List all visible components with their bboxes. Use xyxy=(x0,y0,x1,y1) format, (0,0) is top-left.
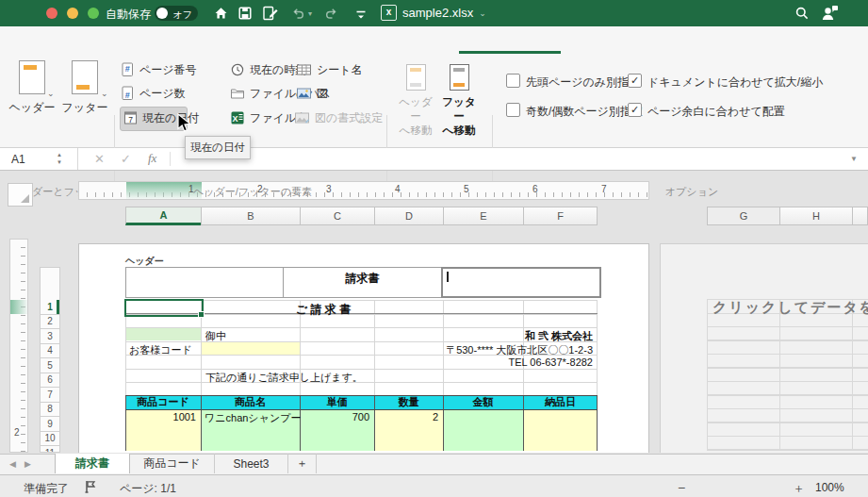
label-align-with-margins[interactable]: ページ余白に合わせて配置 xyxy=(647,104,785,120)
label-different-first-page[interactable]: 先頭ページのみ別指定 xyxy=(526,75,640,91)
row-header-4[interactable]: 4 xyxy=(41,344,59,359)
customer-code-label[interactable]: お客様コード xyxy=(129,343,192,357)
row-header-3[interactable]: 3 xyxy=(41,329,59,344)
checkbox-scale-with-document[interactable]: ✓ xyxy=(628,74,642,88)
row-header-2[interactable]: 2 xyxy=(41,315,59,330)
company-name[interactable]: 和 弐 株式会社 xyxy=(377,329,593,343)
insert-function-icon[interactable]: fx xyxy=(148,151,156,166)
sheet-tab-sheet3[interactable]: Sheet3 xyxy=(215,454,288,473)
minimize-window-button[interactable] xyxy=(67,8,78,19)
home-icon[interactable] xyxy=(213,6,229,25)
account-icon[interactable] xyxy=(821,5,840,25)
column-header-c[interactable]: C xyxy=(300,207,375,225)
checkbox-align-with-margins[interactable]: ✓ xyxy=(628,103,642,117)
column-header-g[interactable]: G xyxy=(707,207,780,225)
row-header-8[interactable]: 8 xyxy=(41,403,59,418)
stepper-up-icon[interactable]: ▲ xyxy=(57,151,62,158)
item-qty[interactable]: 2 xyxy=(374,411,438,422)
row-header-5[interactable]: 5 xyxy=(41,358,59,373)
label-different-odd-even[interactable]: 奇数/偶数ページ別指定 xyxy=(526,104,643,120)
column-header-h[interactable]: H xyxy=(779,207,853,225)
page2-placeholder[interactable]: クリックしてデータを xyxy=(712,299,868,317)
page-count-button[interactable]: # ページ数 xyxy=(121,84,186,103)
save-icon[interactable] xyxy=(237,6,253,25)
sheet-tab-invoice[interactable]: 請求書 xyxy=(55,454,130,473)
row-header-10[interactable]: 10 xyxy=(41,432,59,447)
undo-chevron-icon[interactable]: ▾ xyxy=(308,9,312,18)
name-box[interactable]: A1 xyxy=(11,153,25,166)
title-bar: 自動保存 オフ ▾ x sample2.xlsx ⌄ xyxy=(0,0,868,26)
company-tel[interactable]: TEL 06-637*-8282 xyxy=(405,356,593,368)
page-header-right-active[interactable] xyxy=(441,267,601,298)
column-header-partial[interactable] xyxy=(852,207,868,225)
item-price[interactable]: 700 xyxy=(300,411,369,422)
autosave-toggle[interactable]: オフ xyxy=(155,6,198,21)
table-header-amount[interactable]: 金額 xyxy=(443,396,523,408)
table-header-code[interactable]: 商品コード xyxy=(125,396,201,408)
row-header-1[interactable]: 1 xyxy=(41,300,59,315)
column-header-a[interactable]: A xyxy=(125,207,202,225)
page-number-button[interactable]: # ページ番号 xyxy=(121,60,197,79)
go-to-footer-button[interactable]: フッターへ移動 xyxy=(437,64,481,138)
item-code[interactable]: 1001 xyxy=(125,411,196,422)
active-cell-selection[interactable] xyxy=(124,299,204,317)
column-header-d[interactable]: D xyxy=(374,207,444,225)
label-scale-with-document[interactable]: ドキュメントに合わせて拡大/縮小 xyxy=(647,75,823,91)
footer-chevron-icon[interactable]: ⌄ xyxy=(101,89,108,98)
undo-button[interactable]: ▾ xyxy=(290,6,312,21)
zoom-in-icon[interactable]: ＋ xyxy=(793,480,805,497)
page-indicator: ページ: 1/1 xyxy=(120,481,176,497)
formula-bar-expand-icon[interactable]: ▼ xyxy=(850,155,858,163)
column-header-b[interactable]: B xyxy=(201,207,301,225)
traffic-lights xyxy=(46,8,99,19)
item-name[interactable]: ワニchanシャンプー xyxy=(205,411,301,425)
horizontal-ruler: 1 2 3 4 5 6 7 xyxy=(78,181,649,200)
cancel-icon[interactable]: ✕ xyxy=(94,152,105,166)
enter-icon[interactable]: ✓ xyxy=(121,152,131,166)
page-header-center[interactable]: 請求書 xyxy=(283,267,442,298)
row-header-11[interactable]: 11 xyxy=(41,446,59,453)
add-sheet-button[interactable]: ＋ xyxy=(288,454,317,473)
row-header-6[interactable]: 6 xyxy=(41,373,59,389)
checkbox-different-first-page[interactable] xyxy=(506,74,520,88)
group-label-elements: ヘッダー/フッターの要素 xyxy=(170,185,336,199)
table-header-qty[interactable]: 数量 xyxy=(374,396,443,408)
tab-scroll-right-icon[interactable]: ▶ xyxy=(25,459,31,469)
redo-button[interactable] xyxy=(323,6,339,25)
macro-flag-icon[interactable] xyxy=(83,479,98,494)
picture-button[interactable]: 図 xyxy=(296,84,328,103)
tab-scroll-left-icon[interactable]: ◀ xyxy=(9,459,16,469)
invoice-title[interactable]: ご 請 求 書 xyxy=(201,302,446,318)
column-header-f[interactable]: F xyxy=(523,207,598,225)
table-header-price[interactable]: 単価 xyxy=(300,396,374,408)
name-box-stepper[interactable]: ▲ ▼ xyxy=(57,151,62,166)
fill-handle[interactable] xyxy=(198,311,205,318)
sheet-tab-product-code[interactable]: 商品コード xyxy=(130,454,215,473)
column-header-e[interactable]: E xyxy=(443,207,524,225)
stepper-down-icon[interactable]: ▼ xyxy=(57,158,62,166)
search-icon[interactable] xyxy=(794,6,810,25)
document-title[interactable]: x sample2.xlsx ⌄ xyxy=(381,5,486,21)
select-all-corner[interactable] xyxy=(8,183,33,207)
row-header-9[interactable]: 9 xyxy=(41,417,59,432)
header-icon xyxy=(19,60,45,94)
header-chevron-icon[interactable]: ⌄ xyxy=(47,89,55,98)
table-header-name[interactable]: 商品名 xyxy=(201,396,300,408)
page-header-left[interactable] xyxy=(125,267,284,298)
checkbox-different-odd-even[interactable] xyxy=(506,103,520,117)
zoom-level[interactable]: 100% xyxy=(815,481,844,494)
zoom-window-button[interactable] xyxy=(88,8,99,19)
sheet-name-button[interactable]: シート名 xyxy=(296,60,363,79)
active-tab-underline xyxy=(459,51,561,54)
group-label-options: オプション xyxy=(641,185,743,199)
clock-icon xyxy=(230,62,245,77)
company-address[interactable]: 〒530-**** 大阪市北区〇〇1-2-3 xyxy=(358,343,593,357)
edit-document-icon[interactable] xyxy=(261,5,279,25)
table-header-delivery[interactable]: 納品日 xyxy=(523,396,598,408)
ribbon-display-options-icon[interactable] xyxy=(354,8,368,25)
zoom-out-icon[interactable]: − xyxy=(678,480,685,495)
onchu-text[interactable]: 御中 xyxy=(205,329,226,343)
close-window-button[interactable] xyxy=(46,8,57,19)
row-header-7[interactable]: 7 xyxy=(41,388,59,403)
invoice-note[interactable]: 下記の通りご請求申し上げます。 xyxy=(205,371,363,385)
